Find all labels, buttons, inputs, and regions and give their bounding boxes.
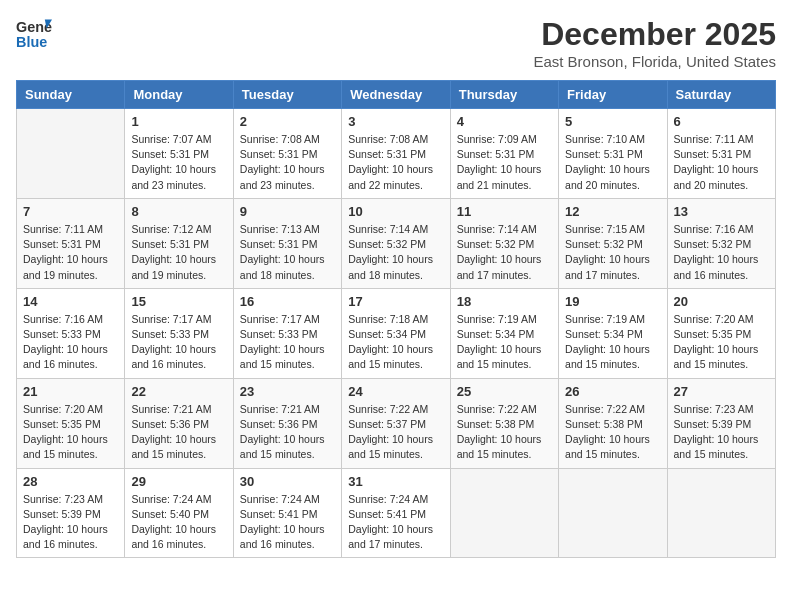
logo: General Blue <box>16 16 52 52</box>
calendar-cell: 10Sunrise: 7:14 AM Sunset: 5:32 PM Dayli… <box>342 198 450 288</box>
calendar-cell <box>17 109 125 199</box>
day-number: 2 <box>240 114 335 129</box>
day-detail: Sunrise: 7:16 AM Sunset: 5:32 PM Dayligh… <box>674 222 769 283</box>
day-number: 15 <box>131 294 226 309</box>
day-header-tuesday: Tuesday <box>233 81 341 109</box>
day-detail: Sunrise: 7:24 AM Sunset: 5:41 PM Dayligh… <box>240 492 335 553</box>
calendar-cell: 11Sunrise: 7:14 AM Sunset: 5:32 PM Dayli… <box>450 198 558 288</box>
day-detail: Sunrise: 7:24 AM Sunset: 5:41 PM Dayligh… <box>348 492 443 553</box>
day-number: 22 <box>131 384 226 399</box>
day-detail: Sunrise: 7:14 AM Sunset: 5:32 PM Dayligh… <box>348 222 443 283</box>
day-number: 21 <box>23 384 118 399</box>
calendar-week-row: 7Sunrise: 7:11 AM Sunset: 5:31 PM Daylig… <box>17 198 776 288</box>
day-detail: Sunrise: 7:11 AM Sunset: 5:31 PM Dayligh… <box>674 132 769 193</box>
day-detail: Sunrise: 7:15 AM Sunset: 5:32 PM Dayligh… <box>565 222 660 283</box>
calendar-cell <box>667 468 775 558</box>
calendar-cell: 7Sunrise: 7:11 AM Sunset: 5:31 PM Daylig… <box>17 198 125 288</box>
day-header-sunday: Sunday <box>17 81 125 109</box>
calendar-header-row: SundayMondayTuesdayWednesdayThursdayFrid… <box>17 81 776 109</box>
day-detail: Sunrise: 7:19 AM Sunset: 5:34 PM Dayligh… <box>565 312 660 373</box>
calendar-cell: 17Sunrise: 7:18 AM Sunset: 5:34 PM Dayli… <box>342 288 450 378</box>
day-detail: Sunrise: 7:20 AM Sunset: 5:35 PM Dayligh… <box>23 402 118 463</box>
day-detail: Sunrise: 7:21 AM Sunset: 5:36 PM Dayligh… <box>131 402 226 463</box>
day-number: 31 <box>348 474 443 489</box>
day-number: 24 <box>348 384 443 399</box>
calendar-cell: 19Sunrise: 7:19 AM Sunset: 5:34 PM Dayli… <box>559 288 667 378</box>
day-detail: Sunrise: 7:20 AM Sunset: 5:35 PM Dayligh… <box>674 312 769 373</box>
calendar-cell: 8Sunrise: 7:12 AM Sunset: 5:31 PM Daylig… <box>125 198 233 288</box>
day-detail: Sunrise: 7:17 AM Sunset: 5:33 PM Dayligh… <box>131 312 226 373</box>
day-number: 25 <box>457 384 552 399</box>
day-number: 11 <box>457 204 552 219</box>
day-detail: Sunrise: 7:18 AM Sunset: 5:34 PM Dayligh… <box>348 312 443 373</box>
day-detail: Sunrise: 7:08 AM Sunset: 5:31 PM Dayligh… <box>240 132 335 193</box>
location: East Bronson, Florida, United States <box>533 53 776 70</box>
day-number: 26 <box>565 384 660 399</box>
calendar-cell: 3Sunrise: 7:08 AM Sunset: 5:31 PM Daylig… <box>342 109 450 199</box>
month-title: December 2025 <box>533 16 776 53</box>
calendar-cell: 28Sunrise: 7:23 AM Sunset: 5:39 PM Dayli… <box>17 468 125 558</box>
calendar-cell <box>559 468 667 558</box>
day-header-friday: Friday <box>559 81 667 109</box>
svg-text:Blue: Blue <box>16 34 47 50</box>
calendar-table: SundayMondayTuesdayWednesdayThursdayFrid… <box>16 80 776 558</box>
day-number: 9 <box>240 204 335 219</box>
day-detail: Sunrise: 7:14 AM Sunset: 5:32 PM Dayligh… <box>457 222 552 283</box>
day-number: 18 <box>457 294 552 309</box>
calendar-cell: 2Sunrise: 7:08 AM Sunset: 5:31 PM Daylig… <box>233 109 341 199</box>
calendar-week-row: 21Sunrise: 7:20 AM Sunset: 5:35 PM Dayli… <box>17 378 776 468</box>
day-detail: Sunrise: 7:17 AM Sunset: 5:33 PM Dayligh… <box>240 312 335 373</box>
calendar-cell: 31Sunrise: 7:24 AM Sunset: 5:41 PM Dayli… <box>342 468 450 558</box>
day-detail: Sunrise: 7:22 AM Sunset: 5:38 PM Dayligh… <box>565 402 660 463</box>
day-number: 8 <box>131 204 226 219</box>
day-number: 5 <box>565 114 660 129</box>
calendar-week-row: 14Sunrise: 7:16 AM Sunset: 5:33 PM Dayli… <box>17 288 776 378</box>
calendar-cell: 26Sunrise: 7:22 AM Sunset: 5:38 PM Dayli… <box>559 378 667 468</box>
day-detail: Sunrise: 7:09 AM Sunset: 5:31 PM Dayligh… <box>457 132 552 193</box>
calendar-cell: 21Sunrise: 7:20 AM Sunset: 5:35 PM Dayli… <box>17 378 125 468</box>
calendar-cell: 9Sunrise: 7:13 AM Sunset: 5:31 PM Daylig… <box>233 198 341 288</box>
day-detail: Sunrise: 7:22 AM Sunset: 5:38 PM Dayligh… <box>457 402 552 463</box>
day-detail: Sunrise: 7:12 AM Sunset: 5:31 PM Dayligh… <box>131 222 226 283</box>
day-number: 3 <box>348 114 443 129</box>
day-header-wednesday: Wednesday <box>342 81 450 109</box>
day-number: 12 <box>565 204 660 219</box>
calendar-cell: 20Sunrise: 7:20 AM Sunset: 5:35 PM Dayli… <box>667 288 775 378</box>
page-header: General Blue December 2025 East Bronson,… <box>16 16 776 70</box>
day-detail: Sunrise: 7:23 AM Sunset: 5:39 PM Dayligh… <box>674 402 769 463</box>
day-number: 17 <box>348 294 443 309</box>
day-number: 6 <box>674 114 769 129</box>
day-number: 10 <box>348 204 443 219</box>
calendar-cell: 6Sunrise: 7:11 AM Sunset: 5:31 PM Daylig… <box>667 109 775 199</box>
calendar-cell: 1Sunrise: 7:07 AM Sunset: 5:31 PM Daylig… <box>125 109 233 199</box>
calendar-cell: 18Sunrise: 7:19 AM Sunset: 5:34 PM Dayli… <box>450 288 558 378</box>
calendar-cell: 25Sunrise: 7:22 AM Sunset: 5:38 PM Dayli… <box>450 378 558 468</box>
day-detail: Sunrise: 7:22 AM Sunset: 5:37 PM Dayligh… <box>348 402 443 463</box>
calendar-cell: 5Sunrise: 7:10 AM Sunset: 5:31 PM Daylig… <box>559 109 667 199</box>
day-number: 23 <box>240 384 335 399</box>
day-number: 27 <box>674 384 769 399</box>
day-number: 14 <box>23 294 118 309</box>
calendar-cell: 13Sunrise: 7:16 AM Sunset: 5:32 PM Dayli… <box>667 198 775 288</box>
day-number: 29 <box>131 474 226 489</box>
day-header-thursday: Thursday <box>450 81 558 109</box>
calendar-cell: 12Sunrise: 7:15 AM Sunset: 5:32 PM Dayli… <box>559 198 667 288</box>
day-number: 16 <box>240 294 335 309</box>
calendar-cell: 22Sunrise: 7:21 AM Sunset: 5:36 PM Dayli… <box>125 378 233 468</box>
day-header-saturday: Saturday <box>667 81 775 109</box>
logo-icon: General Blue <box>16 16 52 52</box>
day-number: 30 <box>240 474 335 489</box>
day-detail: Sunrise: 7:07 AM Sunset: 5:31 PM Dayligh… <box>131 132 226 193</box>
day-detail: Sunrise: 7:08 AM Sunset: 5:31 PM Dayligh… <box>348 132 443 193</box>
day-number: 13 <box>674 204 769 219</box>
calendar-cell: 27Sunrise: 7:23 AM Sunset: 5:39 PM Dayli… <box>667 378 775 468</box>
calendar-cell: 4Sunrise: 7:09 AM Sunset: 5:31 PM Daylig… <box>450 109 558 199</box>
day-detail: Sunrise: 7:23 AM Sunset: 5:39 PM Dayligh… <box>23 492 118 553</box>
calendar-week-row: 1Sunrise: 7:07 AM Sunset: 5:31 PM Daylig… <box>17 109 776 199</box>
calendar-cell: 16Sunrise: 7:17 AM Sunset: 5:33 PM Dayli… <box>233 288 341 378</box>
calendar-cell: 24Sunrise: 7:22 AM Sunset: 5:37 PM Dayli… <box>342 378 450 468</box>
day-detail: Sunrise: 7:13 AM Sunset: 5:31 PM Dayligh… <box>240 222 335 283</box>
day-detail: Sunrise: 7:24 AM Sunset: 5:40 PM Dayligh… <box>131 492 226 553</box>
day-number: 4 <box>457 114 552 129</box>
calendar-cell: 30Sunrise: 7:24 AM Sunset: 5:41 PM Dayli… <box>233 468 341 558</box>
